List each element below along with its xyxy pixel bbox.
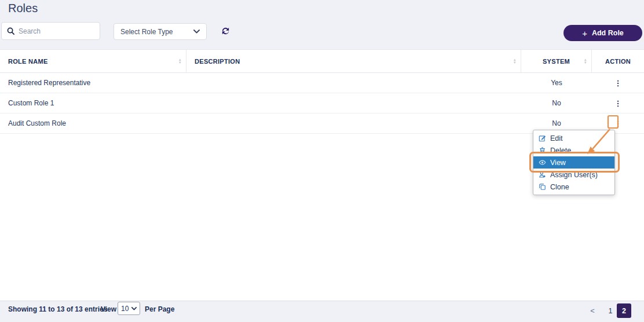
per-page-value: 10 — [121, 305, 129, 313]
refresh-icon — [221, 26, 230, 36]
table-row: Registered Representative Yes ⋮ — [0, 73, 644, 93]
column-header-label: DESCRIPTION — [195, 58, 240, 65]
system-cell: No — [521, 99, 592, 107]
menu-item-label: Clone — [550, 183, 569, 191]
page-title: Roles — [8, 2, 38, 15]
assign-user-icon — [538, 171, 546, 179]
role-name-cell: Custom Role 1 — [0, 99, 186, 107]
per-page-select[interactable]: 10 — [118, 302, 140, 315]
search-input[interactable] — [19, 27, 94, 35]
menu-item-label: View — [550, 159, 566, 167]
role-name-cell: Registered Representative — [0, 79, 186, 87]
chevron-down-icon — [131, 307, 137, 310]
menu-item-view[interactable]: View — [533, 156, 614, 169]
edit-icon — [538, 134, 546, 142]
menu-item-assign-users[interactable]: Assign User(s) — [533, 169, 614, 181]
search-box[interactable] — [1, 22, 100, 40]
per-page-label: Per Page — [145, 305, 174, 313]
action-cell: ⋮ — [592, 98, 644, 108]
column-header-description[interactable]: DESCRIPTION ▲▼ — [186, 50, 521, 72]
row-actions-kebab-icon[interactable]: ⋮ — [612, 98, 625, 108]
sort-icon[interactable]: ▲▼ — [513, 58, 517, 64]
plus-icon: + — [582, 29, 587, 38]
menu-item-clone[interactable]: Clone — [533, 181, 614, 193]
menu-item-label: Edit — [550, 134, 563, 142]
role-type-select-value: Select Role Type — [120, 28, 173, 36]
column-header-label: SYSTEM — [543, 58, 570, 65]
table-header-row: ROLE NAME ▲▼ DESCRIPTION ▲▼ SYSTEM ▲▼ AC… — [0, 50, 644, 73]
add-role-button[interactable]: + Add Role — [564, 25, 642, 41]
role-name-cell: Audit Custom Role — [0, 119, 186, 127]
per-page-view-label: View — [101, 305, 116, 313]
column-header-role-name[interactable]: ROLE NAME ▲▼ — [0, 50, 186, 72]
trash-icon — [538, 147, 546, 155]
sort-icon[interactable]: ▲▼ — [178, 58, 182, 64]
add-role-label: Add Role — [592, 29, 624, 37]
clone-icon — [538, 183, 546, 191]
row-actions-menu: Edit Delete View Assign User(s) — [533, 130, 615, 195]
action-cell: ⋮ — [592, 119, 644, 129]
chevron-down-icon — [193, 30, 200, 34]
search-icon — [7, 27, 14, 35]
pagination-page-2-button-active[interactable]: 2 — [617, 303, 631, 318]
sort-icon[interactable]: ▲▼ — [584, 58, 587, 64]
table-row: Custom Role 1 No ⋮ — [0, 93, 644, 114]
menu-item-label: Assign User(s) — [550, 171, 598, 179]
column-header-system[interactable]: SYSTEM ▲▼ — [521, 50, 592, 72]
pagination-prev-button[interactable]: < — [586, 303, 599, 318]
menu-item-delete[interactable]: Delete — [533, 144, 614, 156]
system-cell: Yes — [521, 79, 592, 87]
role-type-select[interactable]: Select Role Type — [114, 23, 207, 40]
row-actions-kebab-icon[interactable]: ⋮ — [612, 119, 625, 129]
column-header-action: ACTION — [592, 50, 644, 72]
eye-icon — [538, 159, 546, 167]
menu-item-label: Delete — [550, 147, 571, 155]
column-header-label: ACTION — [605, 58, 631, 65]
refresh-button[interactable] — [219, 25, 231, 36]
entries-summary: Showing 11 to 13 of 13 entries — [8, 305, 107, 313]
pagination-page-1-button[interactable]: 1 — [604, 303, 617, 318]
menu-item-edit[interactable]: Edit — [533, 132, 614, 144]
row-actions-kebab-icon[interactable]: ⋮ — [612, 78, 625, 88]
system-cell: No — [521, 119, 592, 127]
column-header-label: ROLE NAME — [8, 58, 48, 65]
action-cell: ⋮ — [592, 78, 644, 88]
